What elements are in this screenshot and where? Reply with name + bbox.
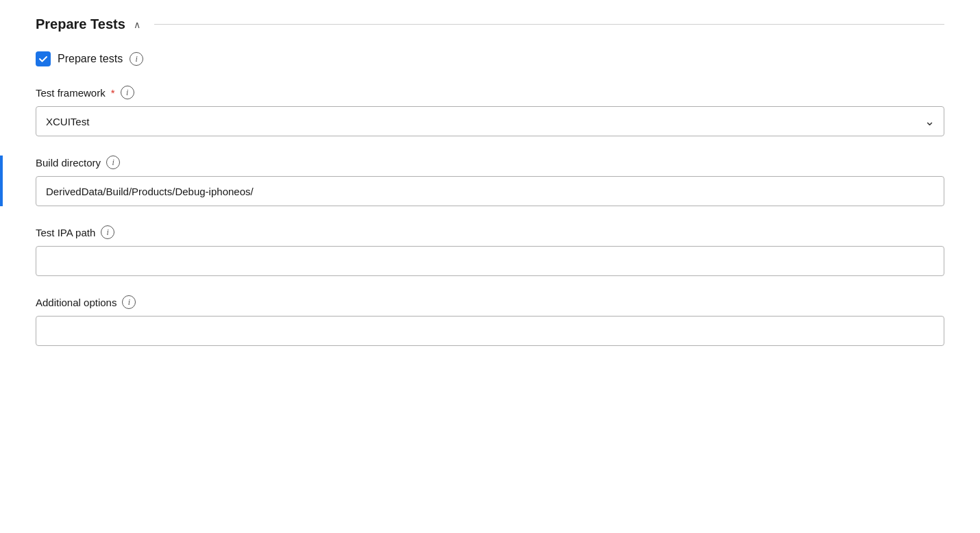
prepare-tests-row: Prepare tests i [36, 51, 944, 66]
build-directory-label-row: Build directory i [36, 156, 944, 169]
additional-options-field-group: Additional options i [36, 295, 944, 346]
build-directory-input[interactable] [36, 176, 944, 206]
collapse-icon[interactable]: ∧ [134, 19, 140, 30]
left-accent-bar [0, 156, 3, 206]
additional-options-label: Additional options [36, 297, 117, 308]
build-directory-label: Build directory [36, 157, 101, 169]
test-ipa-path-input[interactable] [36, 246, 944, 276]
build-directory-info-icon[interactable]: i [106, 156, 120, 169]
additional-options-label-row: Additional options i [36, 295, 944, 309]
test-framework-label-row: Test framework * i [36, 86, 944, 99]
test-ipa-path-field-group: Test IPA path i [36, 225, 944, 276]
additional-options-input[interactable] [36, 316, 944, 346]
test-framework-select[interactable]: XCUITest XCTest EarlGrey [36, 106, 944, 136]
test-framework-select-wrapper: XCUITest XCTest EarlGrey ⌄ [36, 106, 944, 136]
section-divider [154, 24, 944, 25]
test-ipa-path-label: Test IPA path [36, 227, 95, 238]
test-ipa-path-label-row: Test IPA path i [36, 225, 944, 239]
prepare-tests-checkbox[interactable] [36, 51, 51, 66]
prepare-tests-label: Prepare tests [58, 53, 123, 65]
additional-options-info-icon[interactable]: i [122, 295, 136, 309]
test-framework-required-star: * [111, 87, 115, 99]
test-ipa-path-info-icon[interactable]: i [101, 225, 114, 239]
test-framework-label: Test framework [36, 87, 106, 99]
test-framework-field-group: Test framework * i XCUITest XCTest EarlG… [36, 86, 944, 136]
prepare-tests-info-icon[interactable]: i [130, 52, 143, 66]
test-framework-info-icon[interactable]: i [121, 86, 134, 99]
section-header: Prepare Tests ∧ [36, 16, 944, 32]
build-directory-field-group: Build directory i [36, 156, 944, 206]
section-title: Prepare Tests [36, 16, 125, 32]
